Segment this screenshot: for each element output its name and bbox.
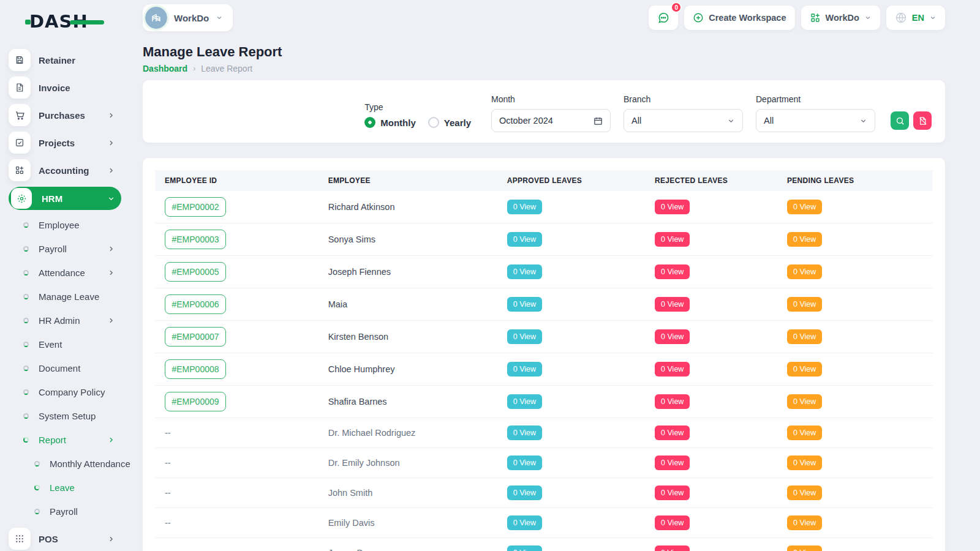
- bullet-icon: [34, 461, 40, 467]
- rejected-leaves-badge[interactable]: 0 View: [655, 545, 690, 551]
- sidebar-nav: RetainerInvoicePurchasesProjectsAccounti…: [9, 49, 126, 550]
- month-input[interactable]: October 2024: [491, 109, 611, 132]
- pending-leaves-badge[interactable]: 0 View: [787, 515, 822, 530]
- approved-leaves-badge[interactable]: 0 View: [507, 485, 542, 500]
- pending-leaves-badge[interactable]: 0 View: [787, 232, 822, 247]
- pending-leaves-badge[interactable]: 0 View: [787, 485, 822, 500]
- pending-leaves-badge[interactable]: 0 View: [787, 545, 822, 551]
- pending-leaves-badge[interactable]: 0 View: [787, 362, 822, 377]
- branch-select[interactable]: All: [624, 109, 743, 132]
- employee-id-button[interactable]: #EMP00005: [165, 262, 226, 282]
- sidebar-item-payroll[interactable]: Payroll: [9, 241, 121, 256]
- employee-name: Dr. Michael Rodriguez: [328, 428, 416, 438]
- sidebar-item-event[interactable]: Event: [9, 337, 121, 351]
- radio-monthly[interactable]: Monthly: [364, 117, 416, 128]
- employee-id-button[interactable]: #EMP00003: [165, 230, 226, 249]
- topbar-actions: 0 Create Workspace WorkDo: [649, 6, 945, 30]
- bullet-icon: [23, 246, 29, 252]
- rejected-leaves-badge[interactable]: 0 View: [655, 200, 690, 214]
- search-button[interactable]: [891, 111, 909, 130]
- chevron-down-icon: [107, 195, 115, 203]
- approved-leaves-badge[interactable]: 0 View: [507, 200, 542, 214]
- department-select[interactable]: All: [756, 109, 875, 132]
- create-workspace-label: Create Workspace: [709, 13, 786, 23]
- page-title: Manage Leave Report: [143, 44, 945, 60]
- chevron-right-icon: [107, 436, 115, 444]
- pending-leaves-badge[interactable]: 0 View: [787, 297, 822, 312]
- sidebar-item-company-policy[interactable]: Company Policy: [9, 384, 121, 399]
- table-row: #EMP00008Chloe Humphrey0 View0 View0 Vie…: [155, 353, 933, 386]
- rejected-leaves-badge[interactable]: 0 View: [655, 425, 690, 440]
- breadcrumb-dashboard-link[interactable]: Dashboard: [143, 64, 187, 73]
- sidebar-item-attendance[interactable]: Attendance: [9, 265, 121, 280]
- rejected-leaves-badge[interactable]: 0 View: [655, 297, 690, 312]
- workdo-menu-label: WorkDo: [826, 13, 859, 23]
- rejected-leaves-badge[interactable]: 0 View: [655, 515, 690, 530]
- employee-id-button[interactable]: #EMP00009: [165, 392, 226, 411]
- sidebar-item-pos[interactable]: POS: [9, 528, 121, 550]
- language-button[interactable]: EN: [886, 6, 945, 30]
- sidebar-item-label: Payroll: [50, 506, 121, 517]
- reset-filter-button[interactable]: [913, 111, 932, 130]
- workspace-switcher[interactable]: WorkDo: [143, 4, 233, 31]
- radio-yearly[interactable]: Yearly: [428, 117, 471, 128]
- approved-leaves-badge[interactable]: 0 View: [507, 515, 542, 530]
- approved-leaves-badge[interactable]: 0 View: [507, 425, 542, 440]
- bullet-icon: [34, 509, 40, 514]
- sidebar-item-hr-admin[interactable]: HR Admin: [9, 313, 121, 328]
- sidebar-item-label: Purchases: [39, 110, 107, 121]
- logo-accent-dash: [70, 20, 104, 24]
- breadcrumb-current: Leave Report: [201, 64, 252, 73]
- sidebar-item-label: Monthly Attendance: [50, 459, 130, 469]
- employee-name: Emily Davis: [328, 518, 375, 528]
- sidebar-item-employee[interactable]: Employee: [9, 217, 121, 232]
- approved-leaves-badge[interactable]: 0 View: [507, 545, 542, 551]
- sidebar-item-accounting[interactable]: Accounting: [9, 159, 121, 181]
- messages-button[interactable]: 0: [649, 6, 678, 30]
- sidebar-item-hrm[interactable]: HRM: [9, 187, 121, 210]
- employee-id-button[interactable]: #EMP00006: [165, 294, 226, 314]
- employee-id-button[interactable]: #EMP00007: [165, 327, 226, 347]
- bullet-icon: [23, 294, 29, 299]
- rejected-leaves-badge[interactable]: 0 View: [655, 329, 690, 344]
- sidebar-item-report[interactable]: Report: [9, 432, 121, 447]
- sidebar-item-leave[interactable]: Leave: [9, 480, 121, 495]
- rejected-leaves-badge[interactable]: 0 View: [655, 455, 690, 470]
- sidebar-item-purchases[interactable]: Purchases: [9, 104, 121, 126]
- employee-id-empty: --: [165, 488, 171, 498]
- workdo-menu-button[interactable]: WorkDo: [801, 6, 880, 30]
- sidebar-item-manage-leave[interactable]: Manage Leave: [9, 289, 121, 304]
- breadcrumb-separator: ›: [193, 64, 195, 73]
- approved-leaves-badge[interactable]: 0 View: [507, 232, 542, 247]
- rejected-leaves-badge[interactable]: 0 View: [655, 394, 690, 409]
- approved-leaves-badge[interactable]: 0 View: [507, 264, 542, 279]
- pending-leaves-badge[interactable]: 0 View: [787, 394, 822, 409]
- pending-leaves-badge[interactable]: 0 View: [787, 200, 822, 214]
- rejected-leaves-badge[interactable]: 0 View: [655, 264, 690, 279]
- pending-leaves-badge[interactable]: 0 View: [787, 264, 822, 279]
- rejected-leaves-badge[interactable]: 0 View: [655, 232, 690, 247]
- sidebar-item-invoice[interactable]: Invoice: [9, 77, 121, 99]
- rejected-leaves-badge[interactable]: 0 View: [655, 485, 690, 500]
- chevron-right-icon: [107, 245, 115, 253]
- approved-leaves-badge[interactable]: 0 View: [507, 455, 542, 470]
- rejected-leaves-badge[interactable]: 0 View: [655, 362, 690, 377]
- chevron-right-icon: [107, 317, 115, 324]
- employee-id-button[interactable]: #EMP00008: [165, 359, 226, 379]
- pending-leaves-badge[interactable]: 0 View: [787, 425, 822, 440]
- approved-leaves-badge[interactable]: 0 View: [507, 394, 542, 409]
- create-workspace-button[interactable]: Create Workspace: [684, 6, 794, 30]
- approved-leaves-badge[interactable]: 0 View: [507, 329, 542, 344]
- pending-leaves-badge[interactable]: 0 View: [787, 329, 822, 344]
- approved-leaves-badge[interactable]: 0 View: [507, 362, 542, 377]
- sidebar-item-retainer[interactable]: Retainer: [9, 49, 121, 71]
- sidebar-item-payroll[interactable]: Payroll: [9, 504, 121, 519]
- sidebar-item-document[interactable]: Document: [9, 361, 121, 375]
- employee-id-button[interactable]: #EMP00002: [165, 197, 226, 217]
- sidebar-item-monthly-attendance[interactable]: Monthly Attendance: [9, 456, 121, 471]
- pending-leaves-badge[interactable]: 0 View: [787, 455, 822, 470]
- sidebar-item-system-setup[interactable]: System Setup: [9, 408, 121, 423]
- sidebar-item-projects[interactable]: Projects: [9, 132, 121, 154]
- brand-logo[interactable]: DASH: [29, 11, 103, 33]
- approved-leaves-badge[interactable]: 0 View: [507, 297, 542, 312]
